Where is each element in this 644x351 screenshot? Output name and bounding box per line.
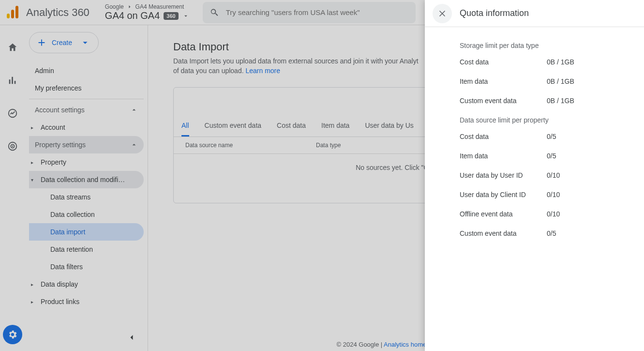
panel-body: Storage limit per data type Cost data0B … (425, 27, 644, 249)
quota-row: Offline event data0/10 (460, 210, 627, 218)
quota-row: Item data0/5 (460, 152, 627, 160)
quota-row: User data by User ID0/10 (460, 171, 627, 179)
panel-title: Quota information (460, 8, 529, 18)
quota-row: User data by Client ID0/10 (460, 191, 627, 198)
quota-row: Custom event data0B / 1GB (460, 97, 627, 105)
panel-header: Quota information (425, 0, 644, 27)
quota-row: Cost data0/5 (460, 133, 627, 140)
section-limits-title: Data source limit per property (460, 116, 627, 124)
close-panel-button[interactable] (433, 4, 452, 23)
quota-row: Cost data0B / 1GB (460, 58, 627, 66)
quota-row: Custom event data0/5 (460, 229, 627, 237)
quota-panel: Quota information Storage limit per data… (425, 0, 644, 351)
section-storage-title: Storage limit per data type (460, 42, 627, 49)
quota-row: Item data0B / 1GB (460, 77, 627, 85)
close-icon (437, 9, 447, 18)
